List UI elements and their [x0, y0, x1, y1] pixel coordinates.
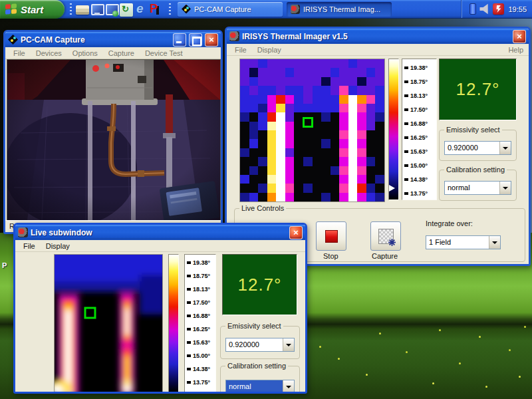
- scale-label: 13.75°: [404, 186, 436, 200]
- menu-item-display[interactable]: Display: [41, 242, 75, 250]
- menu-item-file[interactable]: File: [8, 49, 31, 57]
- scale-tick-icon: [404, 192, 408, 195]
- scale-tick-icon: [187, 275, 191, 277]
- scale-label: 17.50°: [187, 296, 215, 309]
- computer-icon[interactable]: [90, 3, 104, 17]
- volume-icon[interactable]: [479, 3, 491, 15]
- chevron-down-icon: [503, 187, 508, 190]
- scale-tick-icon: [187, 328, 191, 331]
- scale-label: 16.25°: [404, 130, 436, 144]
- taskbar-grip[interactable]: [169, 3, 171, 15]
- taskbar-task-pc-cam-capture[interactable]: PC-CAM Capture: [178, 2, 283, 17]
- pccam-video-view[interactable]: [7, 59, 221, 221]
- taskbar-task-irisys-thermal-imag[interactable]: IRISYS Thermal Imag...: [287, 2, 392, 17]
- wallpaper-flowers: [319, 346, 321, 348]
- menu-item-device-test[interactable]: Device Test: [140, 49, 188, 57]
- desktop-icon-label-fragment[interactable]: P: [2, 261, 7, 269]
- calibration-select-sub[interactable]: normal: [225, 380, 295, 394]
- alert-icon[interactable]: [493, 3, 504, 15]
- menu-item-file[interactable]: File: [18, 242, 41, 250]
- scale-label: 13.13°: [187, 389, 215, 392]
- irisys-menubar: FileDisplay Help: [227, 44, 529, 56]
- live-controls-label: Live Controls: [239, 204, 286, 212]
- thermal-image-sub[interactable]: [54, 254, 163, 392]
- emissivity-select-sub[interactable]: 0.920000: [225, 338, 295, 352]
- temperature-colorbar: [388, 59, 399, 200]
- start-button[interactable]: Start: [0, 0, 65, 19]
- scale-tick-icon: [404, 164, 408, 167]
- scale-label: 15.63°: [404, 144, 436, 158]
- scale-label: 17.50°: [404, 102, 436, 116]
- recycle-icon[interactable]: [120, 3, 133, 17]
- dropdown-button[interactable]: [283, 380, 294, 393]
- network-icon[interactable]: [105, 3, 118, 17]
- taskbar: Start PC-CAM CaptureIRISYS Thermal Imag.…: [0, 0, 532, 19]
- menu-item-capture[interactable]: Capture: [103, 49, 140, 57]
- menu-item-display[interactable]: Display: [252, 46, 287, 54]
- dropdown-button[interactable]: [499, 182, 511, 194]
- stop-button-label: Stop: [323, 252, 338, 260]
- stop-button[interactable]: [316, 221, 346, 251]
- irisys-app-icon: [229, 31, 239, 41]
- close-button[interactable]: ×: [513, 30, 526, 43]
- integrate-over-value: 1 Field: [426, 236, 489, 249]
- pccam-window: PC-CAM Capture × FileDevicesOptionsCaptu…: [3, 30, 223, 234]
- dropdown-button[interactable]: [283, 338, 294, 351]
- scale-tick-icon: [404, 178, 408, 181]
- maximize-button[interactable]: [189, 33, 202, 47]
- scale-tick-icon: [187, 261, 191, 264]
- integrate-over-select[interactable]: 1 Field: [426, 235, 501, 249]
- subwindow-title: Live subwindow: [31, 228, 287, 237]
- device-icon[interactable]: [469, 3, 476, 15]
- calibration-select[interactable]: normal: [444, 181, 511, 195]
- scale-label: 18.13°: [187, 283, 215, 296]
- thermal-sub-image: [55, 255, 162, 392]
- temperature-readout-sub: 12.7°: [222, 254, 297, 315]
- subwindow-titlebar[interactable]: Live subwindow ×: [15, 225, 305, 240]
- dropdown-button[interactable]: [489, 236, 500, 249]
- temperature-value: 12.7°: [456, 79, 499, 100]
- menu-item-options[interactable]: Options: [67, 49, 103, 57]
- emissivity-select[interactable]: 0.920000: [444, 141, 511, 155]
- temperature-readout: 12.7°: [439, 59, 517, 120]
- system-tray: 19:55: [461, 0, 532, 18]
- menu-item-devices[interactable]: Devices: [31, 49, 67, 57]
- scale-tick-icon: [187, 368, 191, 370]
- scale-label: 18.75°: [404, 74, 436, 88]
- close-button[interactable]: ×: [289, 226, 303, 239]
- scale-label: 19.38°: [404, 61, 436, 74]
- taskbar-clock: 19:55: [508, 5, 527, 13]
- close-button[interactable]: ×: [205, 33, 218, 47]
- scale-label: 15.00°: [404, 158, 436, 172]
- calibration-value: normal: [445, 182, 499, 194]
- printer-icon[interactable]: [76, 5, 89, 15]
- capture-button-label: Capture: [372, 252, 398, 260]
- integrate-over-label: Integrate over:: [426, 219, 473, 227]
- menu-item-help[interactable]: Help: [503, 46, 529, 54]
- emissivity-value: 0.920000: [445, 142, 499, 154]
- thermal-image-main[interactable]: [239, 59, 385, 202]
- minimize-button[interactable]: [173, 33, 186, 47]
- capture-button[interactable]: [370, 221, 401, 251]
- scale-label: 15.63°: [187, 336, 215, 349]
- temperature-scale: 19.38°18.75°18.13°17.50°16.88°16.25°15.6…: [402, 59, 437, 200]
- dropdown-button[interactable]: [499, 142, 511, 154]
- thermal-cursor[interactable]: [303, 117, 313, 128]
- chevron-down-icon: [503, 147, 508, 150]
- psp-icon[interactable]: [149, 3, 162, 16]
- pccam-video-image: [7, 60, 220, 220]
- ie-icon[interactable]: [134, 3, 148, 16]
- pccam-app-icon: [8, 35, 18, 45]
- start-button-label: Start: [21, 4, 43, 15]
- irisys-titlebar[interactable]: IRISYS Thermal Imager v1.5 ×: [227, 29, 529, 44]
- calibration-label: Calibration setting: [444, 166, 507, 174]
- taskbar-grip[interactable]: [70, 3, 72, 15]
- pccam-window-title: PC-CAM Capture: [21, 35, 170, 45]
- pccam-titlebar[interactable]: PC-CAM Capture ×: [5, 32, 221, 47]
- temperature-scale-sub: 19.38°18.75°18.13°17.50°16.88°16.25°15.6…: [184, 254, 216, 392]
- scale-label: 18.75°: [187, 269, 215, 283]
- menu-item-file[interactable]: File: [229, 46, 252, 54]
- emissivity-label: Emissivity select: [225, 322, 283, 330]
- live-subwindow: Live subwindow × FileDisplay: [13, 223, 307, 394]
- emissivity-value: 0.920000: [226, 338, 283, 351]
